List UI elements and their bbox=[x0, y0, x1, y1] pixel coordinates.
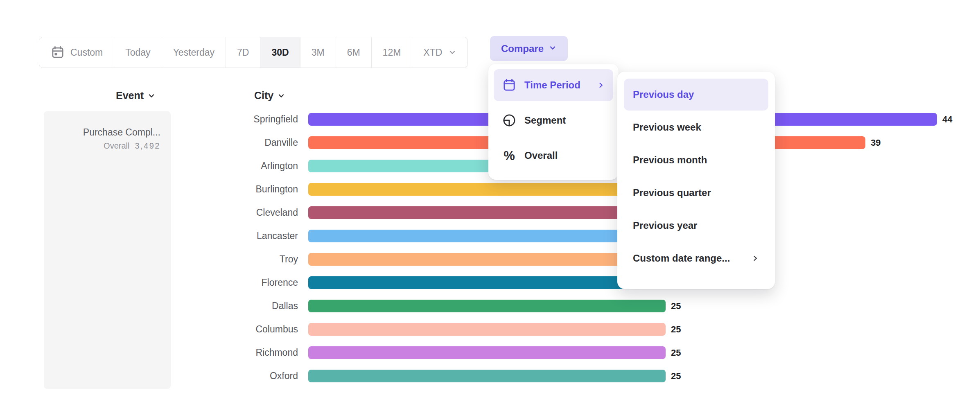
date-range-label: 3M bbox=[312, 47, 325, 58]
submenu-item-label: Previous day bbox=[633, 89, 694, 100]
row-label: Oxford bbox=[147, 369, 298, 382]
submenu-item-label: Previous month bbox=[633, 154, 707, 166]
submenu-item-previous-month[interactable]: Previous month bbox=[624, 144, 768, 176]
date-range-xtd[interactable]: XTD bbox=[412, 37, 467, 68]
chevron-right-icon bbox=[751, 254, 759, 262]
row-label: Danville bbox=[147, 136, 298, 149]
date-range-label: 12M bbox=[383, 47, 401, 58]
submenu-item-label: Previous year bbox=[633, 220, 697, 231]
compare-menu-item-overall[interactable]: %Overall bbox=[494, 140, 613, 172]
row-label: Burlington bbox=[147, 183, 298, 196]
date-range-label: XTD bbox=[423, 47, 442, 58]
menu-item-label: Time Period bbox=[524, 79, 580, 91]
submenu-item-custom-date-range-[interactable]: Custom date range... bbox=[624, 242, 768, 274]
analytics-report-canvas: CustomTodayYesterday7D30D3M6M12MXTD Comp… bbox=[0, 0, 980, 411]
submenu-item-previous-year[interactable]: Previous year bbox=[624, 210, 768, 242]
submenu-item-previous-quarter[interactable]: Previous quarter bbox=[624, 177, 768, 209]
bar[interactable] bbox=[308, 323, 666, 336]
compare-button[interactable]: Compare bbox=[490, 36, 568, 61]
date-range-toolbar: CustomTodayYesterday7D30D3M6M12MXTD bbox=[39, 37, 468, 68]
bar-value-label: 25 bbox=[671, 370, 681, 382]
compare-dropdown-menu: Time PeriodSegment%Overall bbox=[488, 64, 619, 180]
date-range-6m[interactable]: 6M bbox=[336, 37, 372, 68]
submenu-item-label: Custom date range... bbox=[633, 253, 730, 264]
date-range-3m[interactable]: 3M bbox=[300, 37, 336, 68]
menu-item-label: Segment bbox=[524, 115, 566, 126]
date-range-30d[interactable]: 30D bbox=[260, 37, 300, 68]
submenu-item-label: Previous quarter bbox=[633, 187, 711, 199]
row-label: Lancaster bbox=[147, 229, 298, 242]
percent-icon: % bbox=[502, 149, 517, 162]
bar[interactable] bbox=[308, 370, 666, 382]
bar-value-label: 25 bbox=[671, 300, 681, 312]
row-label: Richmond bbox=[147, 346, 298, 359]
time-period-submenu: Previous dayPrevious weekPrevious monthP… bbox=[617, 72, 775, 289]
date-range-label: Yesterday bbox=[173, 47, 215, 58]
date-range-label: Custom bbox=[70, 47, 103, 58]
calendar-icon bbox=[50, 45, 65, 60]
chevron-down-icon bbox=[448, 48, 456, 56]
date-range-today[interactable]: Today bbox=[114, 37, 162, 68]
segment-icon bbox=[502, 113, 517, 128]
date-range-yesterday[interactable]: Yesterday bbox=[162, 37, 226, 68]
date-range-custom[interactable]: Custom bbox=[39, 37, 114, 68]
submenu-item-label: Previous week bbox=[633, 122, 701, 133]
bar-value-label: 25 bbox=[671, 346, 681, 359]
row-label: Troy bbox=[147, 253, 298, 266]
date-range-label: 6M bbox=[347, 47, 360, 58]
row-label: Arlington bbox=[147, 159, 298, 172]
compare-menu-item-segment[interactable]: Segment bbox=[494, 104, 613, 136]
chevron-down-icon bbox=[549, 43, 557, 54]
bar-value-label: 39 bbox=[871, 136, 881, 149]
row-label: Springfield bbox=[147, 113, 298, 126]
bar[interactable] bbox=[308, 300, 666, 312]
date-range-12m[interactable]: 12M bbox=[372, 37, 413, 68]
calendar-icon bbox=[502, 78, 517, 93]
date-range-label: Today bbox=[125, 47, 150, 58]
compare-button-label: Compare bbox=[501, 43, 544, 54]
submenu-item-previous-day[interactable]: Previous day bbox=[624, 79, 768, 111]
bar-value-label: 44 bbox=[942, 113, 952, 126]
submenu-item-previous-week[interactable]: Previous week bbox=[624, 111, 768, 143]
row-label: Dallas bbox=[147, 299, 298, 312]
date-range-label: 7D bbox=[237, 47, 249, 58]
bar-value-label: 25 bbox=[671, 323, 681, 336]
row-label: Columbus bbox=[147, 323, 298, 336]
menu-item-label: Overall bbox=[524, 150, 558, 161]
date-range-7d[interactable]: 7D bbox=[226, 37, 260, 68]
row-label: Florence bbox=[147, 276, 298, 289]
chevron-right-icon bbox=[597, 81, 605, 89]
compare-menu-item-time-period[interactable]: Time Period bbox=[494, 69, 613, 101]
date-range-label: 30D bbox=[271, 47, 289, 58]
row-label: Cleveland bbox=[147, 206, 298, 219]
bar[interactable] bbox=[308, 346, 666, 359]
